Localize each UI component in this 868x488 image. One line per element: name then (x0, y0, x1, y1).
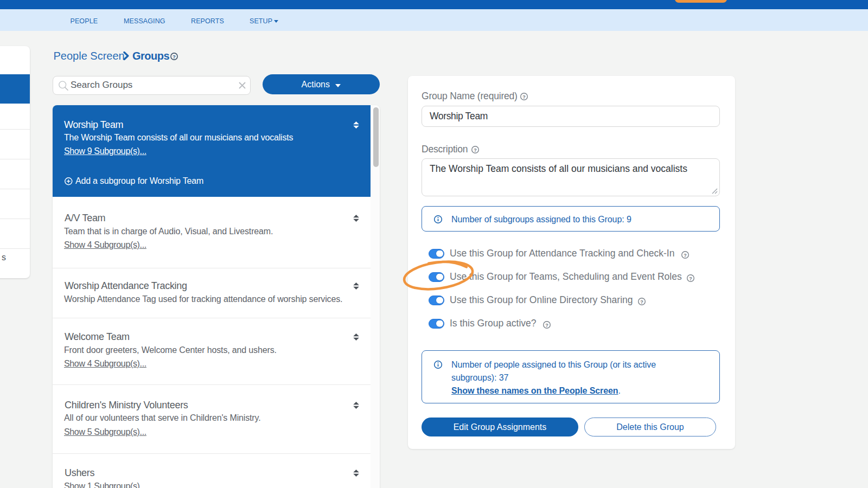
svg-text:?: ? (474, 147, 477, 153)
svg-text:?: ? (684, 253, 687, 258)
svg-text:?: ? (173, 53, 176, 59)
svg-text:?: ? (545, 323, 548, 328)
svg-text:?: ? (689, 276, 692, 281)
svg-text:?: ? (522, 94, 526, 100)
svg-text:?: ? (640, 299, 643, 305)
